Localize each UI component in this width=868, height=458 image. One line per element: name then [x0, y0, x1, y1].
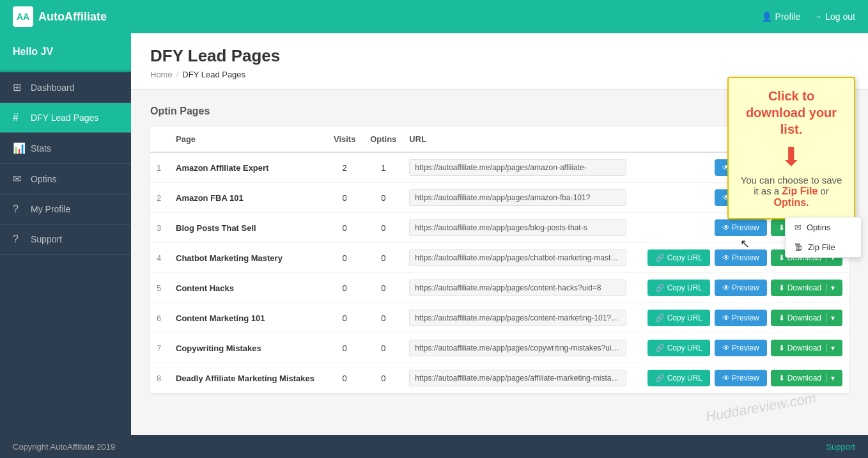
footer-support-link[interactable]: Support — [826, 442, 855, 452]
cell-page: Blog Posts That Sell — [169, 213, 325, 243]
dropdown-zip-file[interactable]: 🗜 Zip File — [786, 237, 861, 257]
cell-actions: 🔗 Copy URL 👁 Preview ⬇ Download ▾ — [633, 333, 849, 363]
cell-page: Deadly Affiliate Marketing Mistakes — [169, 363, 325, 393]
dropdown-arrow-icon: ▾ — [826, 344, 835, 352]
cell-url: https://autoaffiliate.me/app/pages/affil… — [403, 363, 633, 393]
cell-optins: 0 — [364, 273, 403, 303]
my-profile-icon: ? — [13, 203, 24, 215]
copy-url-button[interactable]: 🔗 Copy URL — [647, 310, 710, 326]
sidebar-item-optins[interactable]: ✉ Optins — [0, 164, 131, 194]
cell-optins: 0 — [364, 183, 403, 213]
stats-icon: 📊 — [13, 142, 24, 154]
sidebar-item-dashboard[interactable]: ⊞ Dashboard — [0, 72, 131, 103]
profile-link[interactable]: 👤 Profile — [761, 12, 801, 22]
breadcrumb-current: DFY Lead Pages — [182, 70, 245, 79]
preview-button[interactable]: 👁 Preview — [715, 219, 767, 236]
preview-button[interactable]: 👁 Preview — [715, 310, 767, 326]
download-button[interactable]: ⬇ Download ▾ — [771, 340, 842, 356]
dropdown-optins[interactable]: ✉ Optins — [786, 217, 861, 237]
page-title: DFY Lead Pages — [150, 46, 849, 66]
url-text: https://autoaffiliate.me/app/pages/blog-… — [409, 219, 626, 236]
cell-optins: 0 — [364, 363, 403, 393]
cell-actions: 🔗 Copy URL 👁 Preview ⬇ Download ▾ — [633, 303, 849, 333]
cell-visits: 2 — [325, 152, 364, 183]
preview-button[interactable]: 👁 Preview — [715, 249, 767, 266]
cell-optins: 0 — [364, 243, 403, 273]
logout-icon: → — [813, 12, 822, 22]
dashboard-icon: ⊞ — [13, 81, 24, 93]
cell-num: 2 — [150, 183, 169, 213]
cell-visits: 0 — [325, 243, 364, 273]
cell-num: 1 — [150, 152, 169, 183]
breadcrumb-home[interactable]: Home — [150, 70, 173, 79]
url-text: https://autoaffiliate.me/app/pages/conte… — [409, 310, 626, 326]
preview-button[interactable]: 👁 Preview — [715, 370, 767, 386]
cell-num: 3 — [150, 213, 169, 243]
sidebar-label-dashboard: Dashboard — [31, 83, 75, 93]
cell-page: Amazon FBA 101 — [169, 183, 325, 213]
cell-url: https://autoaffiliate.me/app/pages/amazo… — [403, 152, 633, 183]
cell-actions: 🔗 Copy URL 👁 Preview ⬇ Download ▾ — [633, 273, 849, 303]
cell-num: 4 — [150, 243, 169, 273]
annotation-down-arrow: ⬇ — [740, 144, 842, 170]
sidebar-item-dfy-lead-pages[interactable]: # DFY Lead Pages — [0, 103, 131, 133]
copy-url-button[interactable]: 🔗 Copy URL — [647, 280, 710, 296]
copy-url-button[interactable]: 🔗 Copy URL — [647, 370, 710, 386]
cell-visits: 0 — [325, 303, 364, 333]
download-button[interactable]: ⬇ Download ▾ — [771, 370, 842, 386]
sidebar-item-stats[interactable]: 📊 Stats — [0, 133, 131, 164]
cell-visits: 0 — [325, 183, 364, 213]
sidebar-label-support: Support — [31, 234, 62, 244]
url-text: https://autoaffiliate.me/app/pages/copyw… — [409, 340, 626, 356]
cell-optins: 1 — [364, 152, 403, 183]
annotation-title: Click to download your list. — [740, 88, 842, 138]
cell-num: 6 — [150, 303, 169, 333]
cell-optins: 0 — [364, 303, 403, 333]
cell-visits: 0 — [325, 363, 364, 393]
download-button[interactable]: ⬇ Download ▾ — [771, 310, 842, 326]
zip-dm-icon: 🗜 — [794, 242, 803, 252]
logo-icon: AA — [13, 6, 33, 27]
layout: Hello JV ⊞ Dashboard # DFY Lead Pages 📊 … — [0, 33, 868, 435]
support-icon: ? — [13, 233, 24, 245]
sidebar-label-optins: Optins — [31, 174, 56, 184]
dropdown-menu-content: ✉ Optins 🗜 Zip File — [785, 217, 862, 258]
copy-url-button[interactable]: 🔗 Copy URL — [647, 340, 710, 356]
app-name: AutoAffiliate — [38, 10, 107, 24]
cell-actions: 🔗 Copy URL 👁 Preview ⬇ Download ▾ — [633, 363, 849, 393]
cell-page: Content Hacks — [169, 273, 325, 303]
col-optins: Optins — [364, 127, 403, 152]
table-row: 6 Content Marketing 101 0 0 https://auto… — [150, 303, 849, 333]
url-text: https://autoaffiliate.me/app/pages/affil… — [409, 370, 626, 386]
cell-num: 8 — [150, 363, 169, 393]
sidebar-label-my-profile: My Profile — [31, 204, 70, 214]
download-button[interactable]: ⬇ Download ▾ — [771, 280, 842, 296]
annotation-subtitle: You can choose to save it as a Zip File … — [740, 175, 842, 209]
logout-link[interactable]: → Log out — [813, 12, 855, 22]
sidebar-item-support[interactable]: ? Support — [0, 225, 131, 255]
col-num — [150, 127, 169, 152]
profile-icon: 👤 — [761, 12, 772, 22]
main-content: DFY Lead Pages Home / DFY Lead Pages Opt… — [131, 33, 868, 435]
preview-button[interactable]: 👁 Preview — [715, 280, 767, 296]
url-text: https://autoaffiliate.me/app/pages/amazo… — [409, 189, 626, 206]
cell-page: Chatbot Marketing Mastery — [169, 243, 325, 273]
cell-num: 5 — [150, 273, 169, 303]
cell-num: 7 — [150, 333, 169, 363]
dropdown-arrow-icon: ▾ — [826, 374, 835, 383]
col-url: URL — [403, 127, 633, 152]
copy-url-button[interactable]: 🔗 Copy URL — [647, 249, 710, 266]
cell-url: https://autoaffiliate.me/app/pages/blog-… — [403, 213, 633, 243]
dropdown-arrow-icon: ▾ — [826, 283, 835, 292]
dfy-icon: # — [13, 112, 24, 123]
cell-optins: 0 — [364, 333, 403, 363]
sidebar: Hello JV ⊞ Dashboard # DFY Lead Pages 📊 … — [0, 33, 131, 435]
cell-url: https://autoaffiliate.me/app/pages/amazo… — [403, 183, 633, 213]
table-row: 8 Deadly Affiliate Marketing Mistakes 0 … — [150, 363, 849, 393]
dropdown-optins-label: Optins — [807, 223, 831, 232]
annotation-optins-label: Optins. — [773, 197, 809, 208]
annotation-or: or — [818, 186, 829, 196]
optins-dm-icon: ✉ — [794, 223, 802, 232]
sidebar-item-my-profile[interactable]: ? My Profile — [0, 194, 131, 225]
preview-button[interactable]: 👁 Preview — [715, 340, 767, 356]
